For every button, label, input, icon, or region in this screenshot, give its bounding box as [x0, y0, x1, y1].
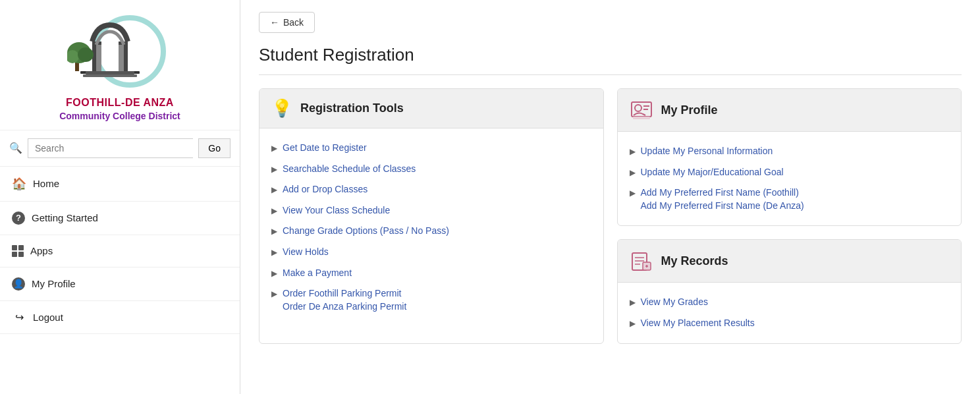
search-area: 🔍 Go [0, 130, 240, 167]
my-records-icon [630, 249, 653, 273]
logo-svg [67, 12, 159, 88]
card-my-records-body: ▶ View My Grades ▶ View My Placement Res… [618, 283, 962, 343]
link-placement-results-text: View My Placement Results [641, 317, 755, 330]
right-column: My Profile ▶ Update My Personal Informat… [617, 88, 962, 344]
link-class-schedule-text: View Your Class Schedule [283, 204, 390, 217]
back-button-label: Back [283, 17, 304, 28]
link-grade-options[interactable]: ▶ Change Grade Options (Pass / No Pass) [271, 221, 591, 242]
link-preferred-name[interactable]: ▶ Add My Preferred First Name (Foothill)… [630, 183, 950, 216]
my-profile-icon [630, 98, 653, 122]
arrow-icon: ▶ [630, 168, 636, 177]
sidebar-item-getting-started-label: Getting Started [32, 212, 98, 223]
back-arrow-icon: ← [270, 17, 279, 28]
school-name: FOOTHILL-DE ANZA Community College Distr… [59, 96, 180, 122]
link-make-payment[interactable]: ▶ Make a Payment [271, 263, 591, 284]
link-get-date[interactable]: ▶ Get Date to Register [271, 138, 591, 159]
arrow-icon: ▶ [630, 147, 636, 156]
nav-menu: 🏠 Home ? Getting Started Apps 👤 My Profi… [0, 167, 240, 394]
link-make-payment-text: Make a Payment [283, 267, 352, 280]
link-preferred-name-text: Add My Preferred First Name (Foothill)Ad… [641, 186, 804, 212]
link-update-major-text: Update My Major/Educational Goal [641, 166, 784, 179]
card-my-records: My Records ▶ View My Grades ▶ View My Pl… [617, 239, 962, 343]
card-my-profile-title: My Profile [661, 103, 718, 117]
svg-rect-15 [633, 117, 650, 119]
arrow-icon: ▶ [271, 144, 277, 153]
arrow-icon: ▶ [271, 185, 277, 194]
arrow-icon: ▶ [630, 319, 636, 328]
card-registration-tools-body: ▶ Get Date to Register ▶ Searchable Sche… [259, 128, 603, 326]
registration-tools-icon: 💡 [271, 98, 292, 119]
card-my-profile-header: My Profile [618, 89, 962, 132]
link-placement-results[interactable]: ▶ View My Placement Results [630, 313, 950, 334]
school-name-line2: Community College District [59, 110, 180, 122]
link-searchable-schedule[interactable]: ▶ Searchable Schedule of Classes [271, 159, 591, 180]
logo-area: FOOTHILL-DE ANZA Community College Distr… [0, 0, 240, 130]
sidebar-item-my-profile-label: My Profile [32, 278, 76, 289]
link-class-schedule[interactable]: ▶ View Your Class Schedule [271, 200, 591, 221]
svg-rect-3 [96, 45, 101, 71]
arrow-icon: ▶ [271, 248, 277, 257]
sidebar-item-logout-label: Logout [33, 312, 63, 323]
home-icon: 🏠 [12, 177, 26, 191]
logout-icon: ↪ [12, 311, 26, 324]
card-my-profile-body: ▶ Update My Personal Information ▶ Updat… [618, 132, 962, 225]
link-searchable-schedule-text: Searchable Schedule of Classes [283, 163, 416, 176]
arrow-icon: ▶ [630, 188, 636, 198]
card-registration-tools-header: 💡 Registration Tools [259, 89, 603, 128]
link-view-grades[interactable]: ▶ View My Grades [630, 292, 950, 313]
page-title: Student Registration [259, 45, 962, 75]
link-update-personal[interactable]: ▶ Update My Personal Information [630, 141, 950, 162]
card-my-profile: My Profile ▶ Update My Personal Informat… [617, 88, 962, 226]
card-registration-tools: 💡 Registration Tools ▶ Get Date to Regis… [259, 88, 604, 344]
card-my-records-header: My Records [618, 240, 962, 283]
sidebar-item-home-label: Home [33, 178, 59, 189]
sidebar-item-apps-label: Apps [30, 245, 53, 256]
sidebar-item-apps[interactable]: Apps [0, 235, 240, 267]
link-update-personal-text: Update My Personal Information [641, 145, 773, 158]
link-get-date-text: Get Date to Register [283, 142, 367, 155]
arrow-icon: ▶ [271, 206, 277, 215]
svg-point-12 [635, 105, 641, 111]
link-parking-permit-text: Order Foothill Parking PermitOrder De An… [283, 287, 406, 313]
logo-graphic [67, 12, 173, 91]
arrow-icon: ▶ [271, 289, 277, 298]
arrow-icon: ▶ [630, 298, 636, 307]
link-add-drop-text: Add or Drop Classes [283, 183, 368, 196]
svg-rect-4 [119, 45, 124, 71]
sidebar-item-home[interactable]: 🏠 Home [0, 167, 240, 202]
search-go-button[interactable]: Go [198, 138, 231, 158]
search-icon: 🔍 [9, 142, 22, 154]
main-content: ← Back Student Registration 💡 Registrati… [240, 0, 980, 394]
svg-point-8 [78, 47, 94, 62]
link-grade-options-text: Change Grade Options (Pass / No Pass) [283, 225, 449, 238]
arrow-icon: ▶ [271, 269, 277, 278]
sidebar-item-logout[interactable]: ↪ Logout [0, 301, 240, 334]
sidebar: FOOTHILL-DE ANZA Community College Distr… [0, 0, 240, 394]
cards-container: 💡 Registration Tools ▶ Get Date to Regis… [259, 88, 962, 344]
link-update-major[interactable]: ▶ Update My Major/Educational Goal [630, 162, 950, 183]
link-add-drop[interactable]: ▶ Add or Drop Classes [271, 179, 591, 200]
link-view-holds[interactable]: ▶ View Holds [271, 242, 591, 263]
back-button[interactable]: ← Back [259, 12, 315, 33]
svg-rect-9 [86, 71, 134, 74]
arrow-icon: ▶ [271, 165, 277, 174]
svg-rect-10 [83, 74, 137, 77]
search-input[interactable] [28, 138, 193, 158]
school-name-line1: FOOTHILL-DE ANZA [59, 96, 180, 110]
sidebar-item-my-profile[interactable]: 👤 My Profile [0, 267, 240, 301]
apps-icon [12, 245, 24, 257]
link-parking-permit[interactable]: ▶ Order Foothill Parking PermitOrder De … [271, 283, 591, 317]
profile-icon: 👤 [12, 277, 25, 291]
card-my-records-title: My Records [661, 254, 728, 268]
link-view-holds-text: View Holds [283, 246, 329, 259]
card-registration-tools-title: Registration Tools [300, 101, 404, 115]
sidebar-item-getting-started[interactable]: ? Getting Started [0, 202, 240, 235]
question-icon: ? [12, 211, 25, 225]
arrow-icon: ▶ [271, 227, 277, 236]
link-view-grades-text: View My Grades [641, 296, 708, 309]
